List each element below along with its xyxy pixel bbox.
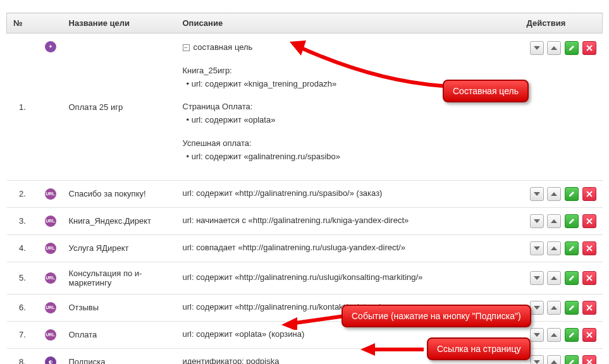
row-actions bbox=[520, 348, 603, 364]
edit-button[interactable] bbox=[565, 328, 579, 342]
row-number: 1. bbox=[7, 33, 39, 181]
svg-marker-15 bbox=[551, 360, 557, 364]
move-up-button[interactable] bbox=[547, 301, 561, 315]
svg-marker-9 bbox=[551, 276, 557, 280]
goal-name: Спасибо за покупку! bbox=[63, 180, 176, 207]
delete-button[interactable] bbox=[582, 241, 596, 255]
svg-marker-14 bbox=[534, 360, 540, 364]
svg-marker-2 bbox=[534, 192, 540, 196]
move-down-button[interactable] bbox=[530, 187, 544, 201]
svg-marker-10 bbox=[534, 306, 540, 310]
edit-button[interactable] bbox=[565, 241, 579, 255]
compound-label: составная цель bbox=[194, 42, 253, 52]
delete-button[interactable] bbox=[582, 355, 596, 364]
annotation-arrow-3 bbox=[357, 341, 427, 360]
table-row: 2. URL Спасибо за покупку! url: содержит… bbox=[7, 180, 603, 207]
move-down-button[interactable] bbox=[530, 271, 544, 285]
table-row: 5. URL Консультация по и-маркетингу url:… bbox=[7, 262, 603, 294]
row-number: 8. bbox=[7, 348, 39, 364]
row-number: 2. bbox=[7, 180, 39, 207]
delete-button[interactable] bbox=[582, 41, 596, 55]
col-name: Название цели bbox=[63, 13, 176, 33]
goal-name: Оплата bbox=[63, 321, 176, 348]
table-row: 3. URL Книга_Яндекс.Директ url: начинает… bbox=[7, 207, 603, 234]
goal-type-icon: URL bbox=[45, 302, 56, 313]
goal-type-icon: URL bbox=[45, 272, 56, 284]
goal-description: идентификатор: podpiska bbox=[183, 356, 280, 364]
row-actions bbox=[520, 180, 603, 207]
goal-type-icon: URL bbox=[45, 215, 56, 227]
move-up-button[interactable] bbox=[547, 41, 561, 55]
row-actions bbox=[520, 294, 603, 321]
svg-marker-8 bbox=[534, 276, 540, 280]
goal-name: Книга_Яндекс.Директ bbox=[63, 207, 176, 234]
move-up-button[interactable] bbox=[547, 241, 561, 255]
edit-button[interactable] bbox=[565, 187, 579, 201]
row-number: 7. bbox=[7, 321, 39, 348]
svg-marker-0 bbox=[534, 46, 540, 50]
goal-type-icon: URL bbox=[45, 188, 56, 200]
step-title: Страница Оплата: bbox=[183, 100, 514, 114]
row-actions bbox=[520, 207, 603, 234]
col-number: № bbox=[7, 13, 63, 33]
step-condition: • url: содержит «oplata» bbox=[183, 114, 514, 127]
goal-description: url: начинается с «http://galinatrening.… bbox=[183, 215, 409, 225]
annotation-event: Событие (нажатие на кнопку "Подписка") bbox=[341, 305, 531, 327]
edit-button[interactable] bbox=[565, 355, 579, 364]
move-up-button[interactable] bbox=[547, 355, 561, 364]
svg-marker-19 bbox=[281, 317, 297, 330]
col-actions: Действия bbox=[520, 13, 603, 33]
move-down-button[interactable] bbox=[530, 214, 544, 228]
goal-description: url: совпадает «http://galinatrening.ru/… bbox=[183, 243, 405, 252]
table-header-row: № Название цели Описание Действия bbox=[7, 13, 603, 33]
delete-button[interactable] bbox=[582, 187, 596, 201]
goal-name: Услуга ЯДирект bbox=[63, 234, 176, 262]
move-down-button[interactable] bbox=[530, 328, 544, 342]
svg-marker-13 bbox=[551, 333, 557, 337]
move-up-button[interactable] bbox=[547, 187, 561, 201]
annotation-arrow-1 bbox=[285, 37, 449, 100]
delete-button[interactable] bbox=[582, 328, 596, 342]
svg-marker-3 bbox=[551, 192, 557, 196]
goal-description: url: содержит «http://galinatrening.ru/s… bbox=[183, 188, 383, 198]
move-up-button[interactable] bbox=[547, 214, 561, 228]
move-down-button[interactable] bbox=[530, 241, 544, 255]
goal-type-icon: ✦ bbox=[45, 41, 56, 52]
delete-button[interactable] bbox=[582, 301, 596, 315]
edit-button[interactable] bbox=[565, 41, 579, 55]
col-description: Описание bbox=[176, 13, 520, 33]
goal-name: Оплата 25 игр bbox=[63, 33, 176, 181]
move-down-button[interactable] bbox=[530, 355, 544, 364]
edit-button[interactable] bbox=[565, 271, 579, 285]
goal-description: url: содержит «http://galinatrening.ru/u… bbox=[183, 272, 423, 282]
goal-type-icon: ◐ bbox=[45, 356, 56, 364]
annotation-composite: Составная цель bbox=[443, 80, 529, 102]
collapse-icon[interactable]: − bbox=[183, 44, 190, 51]
move-up-button[interactable] bbox=[547, 271, 561, 285]
svg-marker-6 bbox=[534, 246, 540, 250]
annotation-link: Ссылка на страницу bbox=[427, 337, 531, 360]
edit-button[interactable] bbox=[565, 214, 579, 228]
row-actions bbox=[520, 321, 603, 348]
svg-marker-12 bbox=[534, 333, 540, 337]
goal-description: url: содержит «oplata» (корзина) bbox=[183, 329, 305, 339]
goal-type-icon: URL bbox=[45, 243, 56, 254]
move-up-button[interactable] bbox=[547, 328, 561, 342]
goal-name: Консультация по и-маркетингу bbox=[63, 262, 176, 294]
move-down-button[interactable] bbox=[530, 41, 544, 55]
row-actions bbox=[520, 33, 603, 181]
row-actions bbox=[520, 234, 603, 262]
step-title: Успешная оплата: bbox=[183, 137, 514, 150]
delete-button[interactable] bbox=[582, 214, 596, 228]
move-down-button[interactable] bbox=[530, 301, 544, 315]
row-number: 3. bbox=[7, 207, 39, 234]
annotation-arrow-2 bbox=[278, 305, 348, 330]
goal-type-icon: URL bbox=[45, 329, 56, 341]
edit-button[interactable] bbox=[565, 301, 579, 315]
row-actions bbox=[520, 262, 603, 294]
table-row: 4. URL Услуга ЯДирект url: совпадает «ht… bbox=[7, 234, 603, 262]
svg-marker-11 bbox=[551, 306, 557, 310]
goal-name: Отзывы bbox=[63, 294, 176, 321]
delete-button[interactable] bbox=[582, 271, 596, 285]
svg-marker-7 bbox=[551, 246, 557, 250]
